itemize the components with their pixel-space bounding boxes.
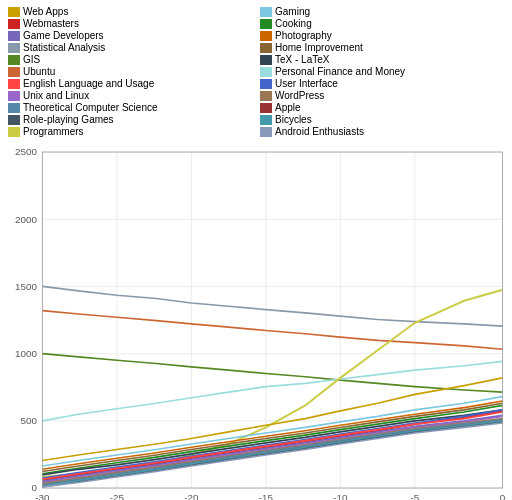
legend-item: GIS xyxy=(8,54,252,65)
chart-area: 2500 2000 1500 1000 500 0 -30 -25 -20 -1… xyxy=(4,141,508,500)
legend-label: GIS xyxy=(23,54,40,65)
legend-label: Photography xyxy=(275,30,332,41)
legend-item: User Interface xyxy=(260,78,504,89)
legend-color-swatch xyxy=(260,7,272,17)
legend-item: Android Enthusiasts xyxy=(260,126,504,137)
legend-color-swatch xyxy=(260,31,272,41)
legend-label: Programmers xyxy=(23,126,84,137)
legend-item: Game Developers xyxy=(8,30,252,41)
legend-item: TeX - LaTeX xyxy=(260,54,504,65)
legend-color-swatch xyxy=(8,7,20,17)
legend-color-swatch xyxy=(8,19,20,29)
legend: Web AppsGamingWebmastersCookingGame Deve… xyxy=(0,0,512,141)
legend-color-swatch xyxy=(260,115,272,125)
legend-color-swatch xyxy=(8,43,20,53)
legend-item: Home Improvement xyxy=(260,42,504,53)
legend-label: Android Enthusiasts xyxy=(275,126,364,137)
legend-item: Apple xyxy=(260,102,504,113)
legend-label: English Language and Usage xyxy=(23,78,154,89)
svg-text:1000: 1000 xyxy=(15,348,37,359)
svg-text:-10: -10 xyxy=(333,492,348,500)
legend-label: WordPress xyxy=(275,90,324,101)
legend-item: Ubuntu xyxy=(8,66,252,77)
legend-item: Theoretical Computer Science xyxy=(8,102,252,113)
legend-color-swatch xyxy=(260,55,272,65)
legend-item: English Language and Usage xyxy=(8,78,252,89)
legend-item: Programmers xyxy=(8,126,252,137)
legend-color-swatch xyxy=(260,67,272,77)
legend-label: Game Developers xyxy=(23,30,104,41)
svg-text:2000: 2000 xyxy=(15,214,37,225)
svg-text:1500: 1500 xyxy=(15,281,37,292)
legend-color-swatch xyxy=(8,31,20,41)
legend-color-swatch xyxy=(8,91,20,101)
legend-item: Gaming xyxy=(260,6,504,17)
legend-label: Personal Finance and Money xyxy=(275,66,405,77)
legend-color-swatch xyxy=(260,19,272,29)
legend-color-swatch xyxy=(260,127,272,137)
legend-color-swatch xyxy=(8,127,20,137)
legend-item: Web Apps xyxy=(8,6,252,17)
legend-label: Unix and Linux xyxy=(23,90,89,101)
svg-text:-20: -20 xyxy=(184,492,199,500)
legend-color-swatch xyxy=(8,67,20,77)
legend-label: Webmasters xyxy=(23,18,79,29)
svg-text:-25: -25 xyxy=(110,492,125,500)
legend-label: User Interface xyxy=(275,78,338,89)
legend-label: Role-playing Games xyxy=(23,114,114,125)
legend-color-swatch xyxy=(8,103,20,113)
legend-color-swatch xyxy=(8,55,20,65)
legend-item: Photography xyxy=(260,30,504,41)
svg-text:-30: -30 xyxy=(35,492,50,500)
legend-item: Role-playing Games xyxy=(8,114,252,125)
legend-color-swatch xyxy=(260,79,272,89)
legend-item: Unix and Linux xyxy=(8,90,252,101)
legend-label: Ubuntu xyxy=(23,66,55,77)
legend-color-swatch xyxy=(8,115,20,125)
chart-svg: 2500 2000 1500 1000 500 0 -30 -25 -20 -1… xyxy=(4,141,508,500)
legend-label: Statistical Analysis xyxy=(23,42,105,53)
legend-label: Web Apps xyxy=(23,6,68,17)
legend-item: Webmasters xyxy=(8,18,252,29)
legend-color-swatch xyxy=(260,43,272,53)
legend-color-swatch xyxy=(260,91,272,101)
legend-label: Home Improvement xyxy=(275,42,363,53)
svg-text:-5: -5 xyxy=(410,492,419,500)
legend-label: Theoretical Computer Science xyxy=(23,102,158,113)
svg-text:500: 500 xyxy=(20,415,37,426)
legend-item: Cooking xyxy=(260,18,504,29)
svg-text:2500: 2500 xyxy=(15,146,37,157)
legend-item: Statistical Analysis xyxy=(8,42,252,53)
legend-item: Personal Finance and Money xyxy=(260,66,504,77)
legend-item: Bicycles xyxy=(260,114,504,125)
legend-color-swatch xyxy=(8,79,20,89)
svg-text:0: 0 xyxy=(500,492,506,500)
legend-item: WordPress xyxy=(260,90,504,101)
chart-container: Web AppsGamingWebmastersCookingGame Deve… xyxy=(0,0,512,500)
legend-label: Gaming xyxy=(275,6,310,17)
legend-label: Cooking xyxy=(275,18,312,29)
legend-label: Apple xyxy=(275,102,301,113)
legend-label: TeX - LaTeX xyxy=(275,54,329,65)
legend-label: Bicycles xyxy=(275,114,312,125)
legend-color-swatch xyxy=(260,103,272,113)
svg-text:-15: -15 xyxy=(259,492,274,500)
